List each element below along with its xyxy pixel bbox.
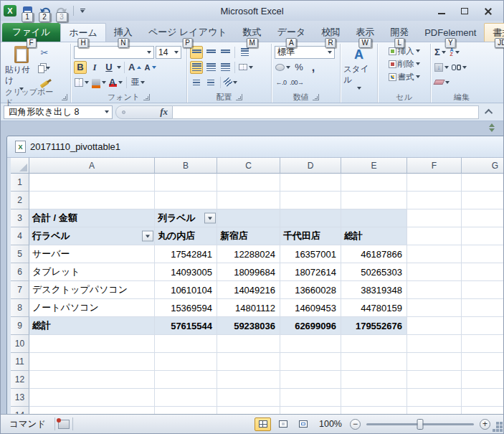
cell-A5[interactable]: サーバー — [29, 245, 155, 263]
cell-E13[interactable] — [341, 389, 407, 407]
cell-G3[interactable] — [462, 209, 503, 227]
align-center-button[interactable] — [204, 61, 217, 74]
cell-D10[interactable] — [280, 335, 341, 353]
cell-B3[interactable]: 列ラベル — [155, 209, 217, 227]
row-header-2[interactable]: 2 — [11, 192, 29, 209]
cell-E7[interactable]: 38319348 — [341, 281, 407, 299]
cell-B14[interactable] — [155, 407, 217, 414]
tab-data[interactable]: データA — [270, 23, 314, 42]
cell-G13[interactable] — [462, 389, 503, 407]
orientation-button[interactable] — [224, 76, 238, 89]
font-size-select[interactable]: 14 — [156, 46, 181, 59]
cell-A9[interactable]: 総計 — [29, 317, 155, 335]
tab-formulas[interactable]: 数式M — [235, 23, 270, 42]
column-header-D[interactable]: D — [280, 158, 341, 174]
pivot-filter-dropdown-button[interactable] — [142, 231, 153, 242]
cell-A8[interactable]: ノートパソコン — [29, 299, 155, 317]
cell-F12[interactable] — [407, 371, 462, 389]
cell-B10[interactable] — [155, 335, 217, 353]
cell-F14[interactable] — [407, 407, 462, 414]
workbook-titlebar[interactable]: X 20171110_pivottable1 — [7, 136, 503, 158]
save-button[interactable]: 1 — [19, 4, 35, 18]
copy-button[interactable] — [38, 62, 51, 75]
sheet-scroll-arrows[interactable] — [489, 123, 495, 132]
cell-D14[interactable] — [280, 407, 341, 414]
cell-E8[interactable]: 44780159 — [341, 299, 407, 317]
cut-button[interactable]: ✂ — [38, 46, 51, 59]
accounting-format-button[interactable] — [275, 61, 291, 74]
zoom-slider[interactable] — [366, 423, 474, 425]
align-right-button[interactable] — [219, 61, 232, 74]
cell-F8[interactable] — [407, 299, 462, 317]
borders-button[interactable] — [74, 76, 90, 89]
align-bottom-button[interactable] — [219, 46, 232, 59]
cell-F3[interactable] — [407, 209, 462, 227]
fill-color-button[interactable] — [91, 76, 107, 89]
cell-C8[interactable]: 14801112 — [217, 299, 280, 317]
cell-C12[interactable] — [217, 371, 280, 389]
tab-page-layout[interactable]: ページ レイアウトP — [141, 23, 235, 42]
increase-decimal-button[interactable]: ←.0 — [275, 76, 287, 89]
cell-E2[interactable] — [341, 192, 407, 209]
cell-E1[interactable] — [341, 174, 407, 192]
cell-C7[interactable]: 14049216 — [217, 281, 280, 299]
cell-E4[interactable]: 総計 — [341, 227, 407, 245]
cell-B12[interactable] — [155, 371, 217, 389]
cell-F9[interactable] — [407, 317, 462, 335]
maximize-button[interactable] — [457, 5, 472, 16]
styles-button[interactable]: A スタイル — [343, 44, 374, 92]
merge-center-button[interactable] — [238, 61, 254, 74]
cell-D5[interactable]: 16357001 — [280, 245, 341, 263]
tab-review[interactable]: 校閲R — [313, 23, 348, 42]
cell-G9[interactable] — [462, 317, 503, 335]
row-header-9[interactable]: 9 — [11, 317, 29, 335]
shrink-font-button[interactable]: A — [143, 61, 157, 74]
zoom-out-button[interactable]: − — [350, 419, 361, 430]
cell-B7[interactable]: 10610104 — [155, 281, 217, 299]
tab-pdfelement[interactable]: PDFelementY — [417, 23, 484, 42]
zoom-in-button[interactable]: + — [480, 419, 490, 430]
column-header-B[interactable]: B — [155, 158, 217, 174]
column-header-A[interactable]: A — [29, 158, 155, 174]
cell-E14[interactable] — [341, 407, 407, 414]
cell-G5[interactable] — [462, 245, 503, 263]
cell-C9[interactable]: 59238036 — [217, 317, 280, 335]
autosum-button[interactable]: Σ — [434, 46, 447, 59]
format-cells-button[interactable]: 書式 — [381, 70, 427, 83]
expand-formula-bar-button[interactable] — [479, 105, 500, 119]
cell-D2[interactable] — [280, 192, 341, 209]
cell-C14[interactable] — [217, 407, 280, 414]
row-header-4[interactable]: 4 — [11, 227, 29, 245]
cell-D9[interactable]: 62699096 — [280, 317, 341, 335]
cell-G7[interactable] — [462, 281, 503, 299]
cell-C4[interactable]: 新宿店 — [217, 227, 280, 245]
cell-B5[interactable]: 17542841 — [155, 245, 217, 263]
column-header-G[interactable]: G — [462, 158, 503, 174]
delete-cells-button[interactable]: 削除 — [381, 57, 427, 70]
cell-F6[interactable] — [407, 263, 462, 281]
row-header-10[interactable]: 10 — [11, 335, 29, 353]
cell-D13[interactable] — [280, 389, 341, 407]
cell-D4[interactable]: 千代田店 — [280, 227, 341, 245]
row-header-11[interactable]: 11 — [11, 353, 29, 371]
row-header-3[interactable]: 3 — [11, 209, 29, 227]
cell-E3[interactable] — [341, 209, 407, 227]
underline-button[interactable]: U — [103, 61, 115, 74]
resize-grip[interactable] — [500, 422, 503, 425]
decrease-indent-button[interactable] — [190, 76, 203, 89]
cell-B9[interactable]: 57615544 — [155, 317, 217, 335]
view-page-layout-button[interactable] — [275, 418, 291, 431]
cell-A13[interactable] — [29, 389, 155, 407]
formula-input[interactable] — [173, 105, 479, 119]
undo-button[interactable]: 2 — [37, 4, 52, 18]
row-header-7[interactable]: 7 — [11, 281, 29, 299]
select-all-button[interactable] — [11, 158, 29, 174]
cell-G12[interactable] — [462, 371, 503, 389]
row-header-13[interactable]: 13 — [11, 389, 29, 407]
cell-B13[interactable] — [155, 389, 217, 407]
tab-file[interactable]: ファイルF — [2, 23, 60, 42]
cell-A10[interactable] — [29, 335, 155, 353]
minimize-button[interactable] — [434, 5, 449, 16]
cell-A11[interactable] — [29, 353, 155, 371]
cell-A2[interactable] — [29, 192, 155, 209]
